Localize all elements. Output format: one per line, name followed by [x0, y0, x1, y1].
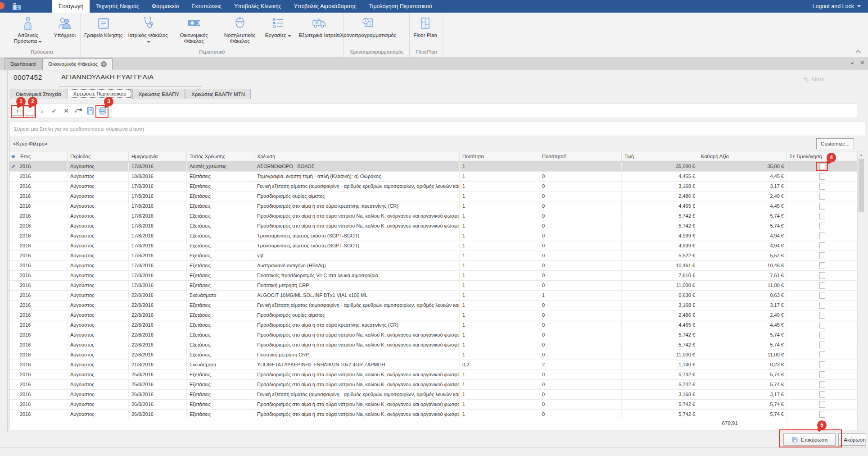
document-tab-Dashboard[interactable]: Dashboard [5, 58, 41, 70]
table-row[interactable]: 2016Αύγουστος17/8/2016Λοιπές χρεώσειςΑΣΘ… [9, 162, 865, 172]
table-row[interactable]: 2016Αύγουστος17/8/2016ΕξετάσειςΤρανσαμιν… [9, 241, 865, 251]
invoice-checkbox[interactable] [819, 242, 825, 249]
invoice-checkbox[interactable] [819, 262, 825, 269]
cancel-button[interactable]: Ακύρωση [838, 433, 866, 446]
column-header-Τύπος Χρέωσης[interactable]: Τύπος Χρέωσης [187, 151, 254, 161]
toolbar-redo-button[interactable] [73, 106, 83, 116]
ribbon-button-Οικονομικός Φάκελος[interactable]: Οικονομικός Φάκελος [171, 15, 217, 45]
table-row[interactable]: 2016Αύγουστος25/8/2016ΕξετάσειςΠροσδιορι… [9, 370, 865, 380]
ribbon-button-Νοσηλευτικός Φάκελος[interactable]: Νοσηλευτικός Φάκελος [217, 15, 263, 45]
ribbon-button-Ασθενείς Πρόσωπα[interactable]: Ασθενείς Πρόσωπα [5, 15, 51, 45]
column-header-Καθαρή Αξία[interactable]: Καθαρή Αξία [698, 151, 787, 161]
table-row[interactable]: 2016Αύγουστος22/8/2016ΕξετάσειςΠροσδιορι… [9, 320, 865, 330]
table-row[interactable]: 2016Αύγουστος17/8/2016ΕξετάσειςΠροσδιορι… [9, 192, 865, 201]
logout-button[interactable]: Logout and Lock [813, 0, 861, 13]
invoice-checkbox[interactable] [819, 282, 825, 289]
column-header-Σε Τιμολόγηση[interactable]: Σε Τιμολόγηση [787, 151, 858, 161]
document-tab-Οικονομικός Φάκελος[interactable]: Οικονομικός Φάκελος✕ [42, 58, 113, 70]
table-row[interactable]: 2016Αύγουστος26/8/2016ΕξετάσειςΓενική εξ… [9, 390, 865, 400]
scrollbar-thumb[interactable] [859, 159, 864, 212]
subtab-Χρεώσεις ΕΔΑΠΥ[interactable]: Χρεώσεις ΕΔΑΠΥ [132, 89, 185, 99]
table-row[interactable]: 2016Αύγουστος17/8/2016ΕξετάσειςΠοσοτική … [9, 281, 865, 291]
ribbon-button-Ιατρικός Φάκελος[interactable]: Ιατρικός Φάκελος [125, 15, 171, 45]
table-row[interactable]: 2016Αύγουστος22/8/2016ΕξετάσειςΠροσδιορι… [9, 330, 865, 340]
vertical-scrollbar[interactable]: ▲ [857, 151, 865, 430]
invoice-checkbox[interactable] [819, 411, 825, 418]
invoice-checkbox[interactable] [819, 322, 825, 328]
menu-item-Τιμολόγηση Περιστατικού[interactable]: Τιμολόγηση Περιστατικού [362, 0, 438, 13]
table-row[interactable]: 2016Αύγουστος17/8/2016ΕξετάσειςΓενική εξ… [9, 182, 865, 192]
column-header-Ποσότητα2[interactable]: Ποσότητα2 [539, 151, 622, 161]
table-row[interactable]: 2016Αύγουστος17/8/2016ΕξετάσειςΤρανσαμιν… [9, 231, 865, 241]
collapsed-left-panel[interactable] [0, 70, 8, 447]
ribbon-button-Γραφείο Κίνησης[interactable]: Γραφείο Κίνησης [82, 15, 125, 39]
ribbon-button-Εξωτερικά Ιατρεία[interactable]: Εξωτερικά Ιατρεία [297, 15, 342, 39]
invoice-checkbox[interactable] [819, 381, 825, 388]
menu-item-Υποβολές Αιμοκάθαρσης[interactable]: Υποβολές Αιμοκάθαρσης [288, 0, 363, 13]
column-header-Χρέωση[interactable]: Χρέωση [254, 151, 460, 161]
table-row[interactable]: 2016Αύγουστος25/8/2016ΕξετάσειςΠροσδιορι… [9, 380, 865, 390]
invoice-checkbox[interactable] [819, 233, 825, 239]
menu-item-Τεχνητός Νεφρός[interactable]: Τεχνητός Νεφρός [90, 0, 145, 13]
invoice-checkbox[interactable] [819, 391, 825, 398]
table-row[interactable]: 2016Αύγουστος22/8/2016ΕξετάσειςΠοσοτική … [9, 350, 865, 360]
invoice-checkbox[interactable] [819, 203, 825, 210]
invoice-checkbox[interactable] [819, 252, 825, 259]
ribbon-collapse-button[interactable] [854, 49, 862, 55]
toolbar-accept-button[interactable]: ✓ [49, 106, 59, 116]
invoice-checkbox[interactable] [819, 193, 825, 200]
ribbon-button-Floor Plan[interactable]: Floor Plan [411, 15, 439, 39]
table-row[interactable]: 2016Αύγουστος22/8/2016ΕξετάσειςΓενική εξ… [9, 301, 865, 310]
invoice-checkbox[interactable] [819, 183, 825, 190]
invoice-checkbox[interactable] [819, 361, 825, 368]
invoice-checkbox[interactable] [819, 332, 825, 338]
table-row[interactable]: 2016Αύγουστος22/8/2016ΕξετάσειςΠροσδιορι… [9, 310, 865, 320]
list-button[interactable]: Λίστα [802, 76, 825, 82]
table-row[interactable]: 2016Αύγουστος17/8/2016ΕξετάσειςΠροσδιορι… [9, 221, 865, 231]
invoice-checkbox[interactable] [819, 351, 825, 358]
table-row[interactable]: 2016Αύγουστος17/8/2016Εξετάσειςygt105,52… [9, 251, 865, 261]
column-header-Έτος[interactable]: Έτος [17, 151, 68, 161]
table-row[interactable]: 2016Αύγουστος17/8/2016ΕξετάσειςΠροσδιορι… [9, 211, 865, 221]
invoice-checkbox[interactable] [819, 173, 825, 180]
menu-item-Εισαγωγή[interactable]: Εισαγωγή [52, 0, 90, 13]
column-header-Περίοδος[interactable]: Περίοδος [68, 151, 129, 161]
invoice-checkbox[interactable] [819, 302, 825, 309]
toolbar-save-button[interactable] [86, 106, 95, 116]
column-header-Ποσότητα[interactable]: Ποσότητα [460, 151, 539, 161]
toolbar-reject-button[interactable]: ✕ [61, 106, 71, 116]
table-row[interactable]: 2016Αύγουστος17/8/2016ΕξετάσειςΠοσοτικός… [9, 271, 865, 281]
subtab-Χρεώσεις Περιστατικού[interactable]: Χρεώσεις Περιστατικού [68, 88, 132, 99]
table-row[interactable]: 2016Αύγουστος18/8/2016ΕξετάσειςΤομογραφί… [9, 172, 865, 182]
group-by-panel[interactable]: Σύρετε μια Στήλη για να ομαδοποιήσετε σύ… [9, 122, 865, 136]
tab-list-dropdown-icon[interactable] [850, 60, 854, 65]
menu-item-Φαρμακείο[interactable]: Φαρμακείο [145, 0, 185, 13]
table-row[interactable]: 2016Αύγουστος21/8/2016ΣκευάσματαΥΠΟΘΕΤΑ … [9, 360, 865, 370]
menu-item-Εκτυπώσεις[interactable]: Εκτυπώσεις [185, 0, 228, 13]
invoice-checkbox[interactable] [819, 292, 825, 299]
filter-value[interactable]: <Κενό Φίλτρο> [13, 141, 48, 146]
table-row[interactable]: 2016Αύγουστος22/8/2016ΣκευάσματαALGOCIT … [9, 291, 865, 301]
table-row[interactable]: 2016Αύγουστος17/8/2016ΕξετάσειςΠροσδιορι… [9, 201, 865, 211]
menu-item-Υποβολές Κλινικής[interactable]: Υποβολές Κλινικής [228, 0, 288, 13]
ribbon-button-Χρονοπρογραμματισμός[interactable]: Χρονοπρογραμματισμός [345, 15, 391, 39]
invoice-checkbox[interactable] [819, 371, 825, 378]
table-row[interactable]: 2016Αύγουστος22/8/2016ΕξετάσειςΠροσδιορι… [9, 340, 865, 350]
table-row[interactable]: 2016Αύγουστος26/8/2016ΕξετάσειςΠροσδιορι… [9, 400, 865, 410]
subtab-Χρεώσεις ΕΔΑΠΥ ΜΤΝ[interactable]: Χρεώσεις ΕΔΑΠΥ ΜΤΝ [185, 89, 251, 99]
close-document-icon[interactable]: ✕ [860, 60, 864, 66]
table-row[interactable]: 2016Αύγουστος17/8/2016ΕξετάσειςΑυστραλια… [9, 261, 865, 271]
ribbon-button-Εργασίες[interactable]: Εργασίες [263, 15, 294, 39]
invoice-checkbox[interactable] [819, 342, 825, 348]
scroll-up-icon[interactable]: ▲ [858, 151, 865, 158]
invoice-checkbox[interactable] [819, 272, 825, 279]
ribbon-button-Υπόχρεοι[interactable]: Υπόχρεοι [51, 15, 79, 39]
invoice-checkbox[interactable] [819, 223, 825, 229]
invoice-checkbox[interactable] [819, 312, 825, 319]
customize-button[interactable]: Customize... [816, 138, 854, 149]
invoice-checkbox[interactable] [819, 401, 825, 408]
column-header-Τιμή[interactable]: Τιμή [622, 151, 698, 161]
invoice-checkbox[interactable] [819, 213, 825, 219]
column-header-Ημερομηνία[interactable]: Ημερομηνία [129, 151, 187, 161]
close-tab-icon[interactable]: ✕ [101, 61, 107, 67]
